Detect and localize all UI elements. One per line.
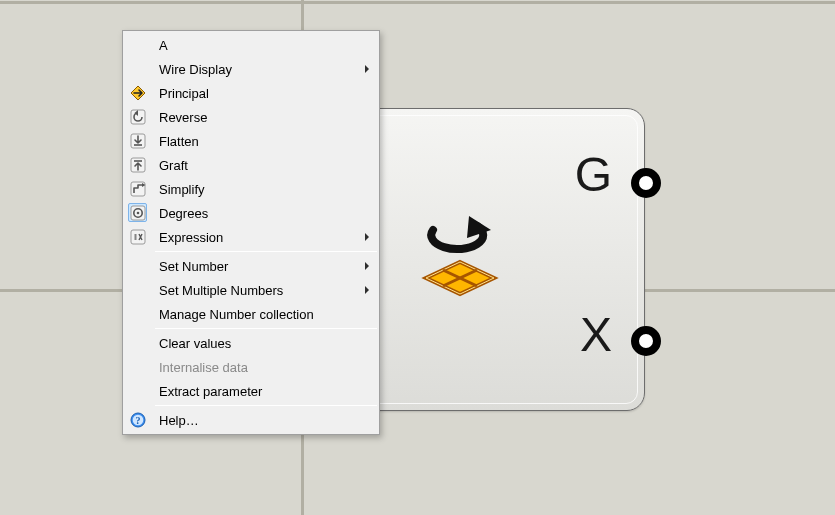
menu-item-degrees[interactable]: Degrees [125,201,377,225]
graft-icon [130,157,146,173]
menu-item-label: Graft [159,158,188,173]
menu-separator [155,405,377,406]
menu-item-principal[interactable]: Principal [125,81,377,105]
menu-item-simplify[interactable]: Simplify [125,177,377,201]
output-grip-g[interactable] [631,168,661,198]
menu-item-graft[interactable]: Graft [125,153,377,177]
menu-item-set-multiple[interactable]: Set Multiple Numbers [125,278,377,302]
expression-icon [130,229,146,245]
context-menu: AWire Display Principal Reverse Flatten … [122,30,380,435]
menu-item-flatten[interactable]: Flatten [125,129,377,153]
menu-item-label: Clear values [159,336,231,351]
menu-separator [155,251,377,252]
menu-item-label: Set Number [159,259,228,274]
menu-item-param-name[interactable]: A [125,33,377,57]
submenu-arrow-icon [365,233,369,241]
menu-item-label: Extract parameter [159,384,262,399]
menu-item-wire-display[interactable]: Wire Display [125,57,377,81]
principal-icon [130,85,146,101]
menu-item-set-number[interactable]: Set Number [125,254,377,278]
menu-item-label: Internalise data [159,360,248,375]
menu-item-reverse[interactable]: Reverse [125,105,377,129]
menu-item-label: Reverse [159,110,207,125]
menu-item-label: A [159,38,168,53]
degrees-icon [130,205,146,221]
menu-item-label: Help… [159,413,199,428]
rotate-plane-icon [415,208,505,298]
help-icon: ? [130,412,146,428]
menu-item-label: Degrees [159,206,208,221]
submenu-arrow-icon [365,286,369,294]
submenu-arrow-icon [365,65,369,73]
svg-point-16 [137,212,140,215]
flatten-icon [130,133,146,149]
menu-item-label: Simplify [159,182,205,197]
menu-item-manage-collection[interactable]: Manage Number collection [125,302,377,326]
grasshopper-canvas[interactable]: G X AWire Display Principal [0,0,835,515]
menu-item-clear-values[interactable]: Clear values [125,331,377,355]
menu-item-internalise: Internalise data [125,355,377,379]
menu-item-label: Flatten [159,134,199,149]
svg-rect-17 [131,230,145,244]
svg-marker-0 [467,216,491,238]
reverse-icon [130,109,146,125]
menu-item-expression[interactable]: Expression [125,225,377,249]
output-grip-x[interactable] [631,326,661,356]
output-label-x[interactable]: X [580,307,612,362]
menu-item-label: Expression [159,230,223,245]
simplify-icon [130,181,146,197]
submenu-arrow-icon [365,262,369,270]
menu-item-help[interactable]: ?Help… [125,408,377,432]
output-label-g[interactable]: G [575,147,612,202]
menu-item-label: Manage Number collection [159,307,314,322]
menu-item-label: Principal [159,86,209,101]
menu-item-label: Set Multiple Numbers [159,283,283,298]
menu-item-extract-param[interactable]: Extract parameter [125,379,377,403]
menu-separator [155,328,377,329]
svg-text:?: ? [136,415,141,426]
grid-line-horizontal [0,1,835,4]
menu-item-label: Wire Display [159,62,232,77]
